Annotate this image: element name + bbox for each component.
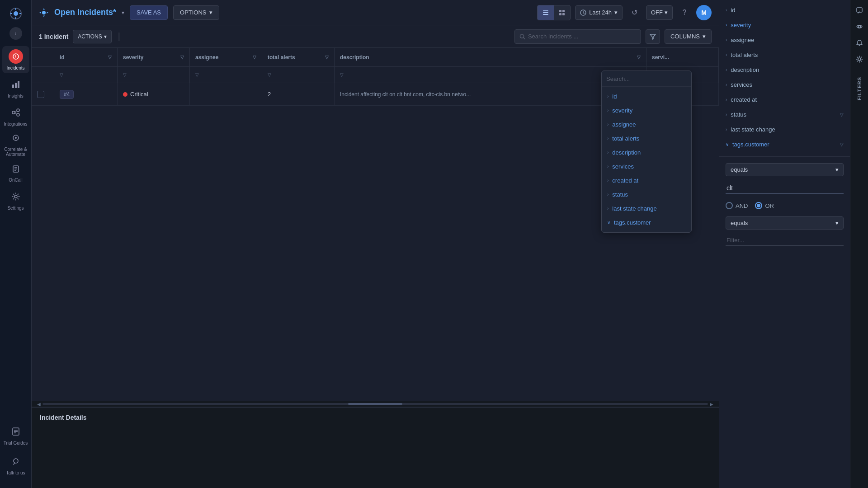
sidebar-item-talk-to-us[interactable]: Talk to us <box>2 451 29 478</box>
correlate-icon <box>9 131 23 145</box>
radio-or-circle[interactable] <box>755 202 762 209</box>
filter-equals2-select[interactable]: equals ▾ <box>726 216 844 230</box>
app-logo[interactable] <box>7 5 25 23</box>
column-item-services[interactable]: › services <box>602 160 691 174</box>
filter-col-severity[interactable]: › severity <box>719 18 850 33</box>
th-assignee[interactable]: assignee ▽ <box>190 48 262 66</box>
sidebar-item-insights[interactable]: Insights <box>2 74 29 101</box>
tf-assignee[interactable]: ▽ <box>190 67 262 83</box>
column-item-assignee[interactable]: › assignee <box>602 117 691 131</box>
time-range-selector[interactable]: Last 24h ▾ <box>575 5 623 20</box>
column-item-last-state-change[interactable]: › last state change <box>602 202 691 216</box>
horizontal-scrollbar[interactable]: ◀ ▶ <box>32 401 719 407</box>
incident-id-badge[interactable]: #4 <box>60 90 74 99</box>
filter-equals2-label: equals <box>731 220 748 226</box>
svg-point-1 <box>14 11 18 16</box>
th-severity[interactable]: severity ▽ <box>118 48 190 66</box>
filter-equals-select[interactable]: equals ▾ <box>726 163 844 176</box>
filter-and-radio[interactable]: AND <box>726 202 748 209</box>
correlate-label: Correlate & Automate <box>2 147 29 157</box>
filter-col-total-alerts[interactable]: › total alerts <box>719 47 850 62</box>
td-id[interactable]: #4 <box>54 83 118 105</box>
column-item-description[interactable]: › description <box>602 145 691 160</box>
options-button[interactable]: OPTIONS ▾ <box>173 5 219 20</box>
avatar[interactable]: M <box>696 5 712 20</box>
column-item-total-alerts[interactable]: › total alerts <box>602 131 691 145</box>
th-id-sort[interactable]: ▽ <box>108 55 112 60</box>
filter-col-last-state-change[interactable]: › last state change <box>719 122 850 137</box>
column-item-created-at[interactable]: › created at <box>602 174 691 188</box>
view-grid-button[interactable] <box>554 5 570 20</box>
filter-or-radio[interactable]: OR <box>755 202 774 209</box>
th-id[interactable]: id ▽ <box>54 48 118 66</box>
column-chevron-status: › <box>607 192 609 197</box>
column-item-severity[interactable]: › severity <box>602 103 691 117</box>
row-checkbox[interactable] <box>37 91 44 98</box>
th-total-alerts-sort[interactable]: ▽ <box>325 55 329 60</box>
columns-button[interactable]: COLUMNS ▾ <box>665 29 712 44</box>
toolbar-separator: | <box>118 31 120 42</box>
column-item-tags-customer[interactable]: ∨ tags.customer <box>602 216 691 230</box>
view-list-button[interactable] <box>538 5 554 20</box>
th-description-sort[interactable]: ▽ <box>637 55 641 60</box>
description-text: Incident affecting clt on clt.bnt.com, c… <box>340 91 471 98</box>
sidebar-item-correlate[interactable]: Correlate & Automate <box>2 130 29 157</box>
svg-rect-4 <box>15 83 17 88</box>
scrollbar-track[interactable] <box>42 403 708 405</box>
sidebar-item-trial-guides[interactable]: Trial Guides <box>2 421 29 448</box>
sidebar-item-integrations[interactable]: Integrations <box>2 102 29 129</box>
options-label: OPTIONS <box>180 9 207 16</box>
scrollbar-thumb[interactable] <box>348 403 402 405</box>
scroll-right-arrow[interactable]: ▶ <box>708 402 715 407</box>
svg-line-9 <box>15 111 17 113</box>
tf-description[interactable]: ▽ <box>335 67 646 83</box>
off-toggle[interactable]: OFF ▾ <box>646 5 673 20</box>
filter-col-description[interactable]: › description <box>719 62 850 77</box>
tf-severity[interactable]: ▽ <box>118 67 190 83</box>
tf-id[interactable]: ▽ <box>54 67 118 83</box>
radio-and-circle[interactable] <box>726 202 733 209</box>
search-incidents-input[interactable] <box>528 33 636 40</box>
th-description[interactable]: description ▽ <box>335 48 646 66</box>
settings-icon <box>9 189 23 204</box>
filter-icon <box>650 33 656 40</box>
filter-col-services[interactable]: › services <box>719 77 850 92</box>
tf-total-alerts[interactable]: ▽ <box>262 67 335 83</box>
sidebar-collapse-button[interactable]: › <box>9 27 22 40</box>
filter-col-status[interactable]: › status ▽ <box>719 107 850 122</box>
td-checkbox[interactable] <box>32 83 54 105</box>
th-severity-sort[interactable]: ▽ <box>180 55 184 60</box>
th-assignee-sort[interactable]: ▽ <box>253 55 256 60</box>
filter-text-input[interactable] <box>726 235 844 246</box>
th-services[interactable]: servi... <box>646 48 719 66</box>
th-total-alerts[interactable]: total alerts ▽ <box>262 48 335 66</box>
scroll-left-arrow[interactable]: ◀ <box>35 402 42 407</box>
title-dropdown-arrow[interactable]: ▾ <box>122 9 124 16</box>
filters-label: FILTERS <box>857 77 862 100</box>
filter-col-tags-customer[interactable]: ∨ tags.customer ▽ <box>719 137 850 152</box>
filter-value-input[interactable] <box>726 183 844 194</box>
filter-col-created-at[interactable]: › created at <box>719 92 850 107</box>
actions-button[interactable]: ACTIONS ▾ <box>73 30 111 43</box>
bell-icon-button[interactable] <box>853 36 866 50</box>
columns-search-input[interactable] <box>606 75 687 82</box>
sidebar-item-incidents[interactable]: Incidents <box>2 46 29 73</box>
page-title-asterisk: * <box>113 8 116 17</box>
settings-icon-button[interactable] <box>853 52 866 66</box>
filter-col-id[interactable]: › id <box>719 3 850 18</box>
column-item-status[interactable]: › status <box>602 188 691 202</box>
eye-icon-button[interactable] <box>853 20 866 33</box>
sidebar-item-settings[interactable]: Settings <box>2 186 29 213</box>
filter-button[interactable] <box>646 29 660 44</box>
view-toggle <box>537 5 571 20</box>
search-incidents-box[interactable] <box>514 29 641 44</box>
filter-col-assignee[interactable]: › assignee <box>719 33 850 47</box>
sidebar-item-oncall[interactable]: OnCall <box>2 158 29 185</box>
time-dropdown-arrow: ▾ <box>614 9 618 16</box>
chat-icon-button[interactable] <box>853 4 866 17</box>
column-item-id[interactable]: › id <box>602 89 691 103</box>
save-as-button[interactable]: SAVE AS <box>130 5 168 20</box>
refresh-button[interactable]: ↺ <box>627 5 642 20</box>
help-button[interactable]: ? <box>677 5 692 20</box>
column-label-severity: severity <box>612 107 632 114</box>
